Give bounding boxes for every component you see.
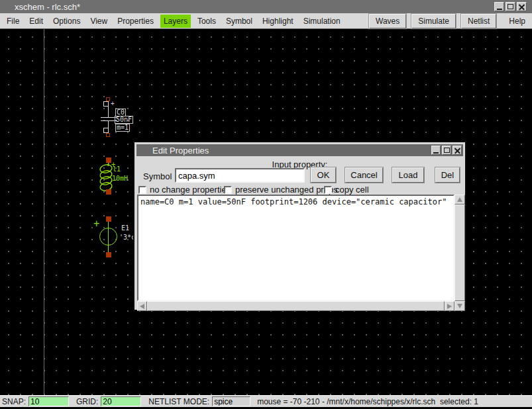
close-icon [519, 4, 525, 10]
grid-label: GRID: [76, 397, 98, 406]
symbol-label: Symbol [143, 171, 172, 181]
close-icon [454, 148, 460, 154]
statusbar: SNAP: GRID: NETLIST MODE: mouse = -70 -2… [0, 395, 532, 407]
inductor-value-label[interactable]: 10mH [112, 175, 128, 182]
menu-simulation[interactable]: Simulation [300, 15, 344, 28]
scroll-left-button[interactable] [137, 301, 147, 311]
waves-button[interactable]: Waves [369, 14, 406, 28]
vsource-circle-icon [99, 228, 117, 246]
checkbox-label: no change properties [150, 185, 231, 195]
inductor-pin-top[interactable] [106, 158, 111, 163]
scroll-up-icon [457, 197, 462, 202]
scroll-down-button[interactable] [454, 301, 465, 311]
inductor-pin-bottom[interactable] [106, 189, 111, 195]
checkbox-label: preserve unchanged props [235, 185, 338, 195]
inductor-name-label[interactable]: l1 [113, 166, 121, 173]
maximize-button[interactable] [505, 2, 515, 11]
vertical-scroll-thumb[interactable] [454, 204, 465, 301]
vsource-plus-mark: + [93, 219, 99, 228]
netlist-mode-input[interactable] [212, 396, 250, 406]
axis-line [44, 29, 44, 395]
del-button[interactable]: Del [435, 167, 460, 183]
checkbox-label: copy cell [335, 185, 369, 195]
minimize-icon [433, 152, 439, 154]
vsource-pin-bottom[interactable] [106, 252, 111, 257]
menu-file[interactable]: File [3, 15, 23, 28]
snap-input[interactable] [28, 396, 69, 406]
menu-properties[interactable]: Properties [114, 15, 157, 28]
dialog-title: Edit Properties [136, 146, 209, 156]
copy-cell-option[interactable]: copy cell [324, 185, 369, 195]
maximize-icon [444, 148, 450, 153]
window-titlebar[interactable]: xschem - rlc.sch* [0, 0, 532, 13]
dialog-maximize-button[interactable] [442, 146, 451, 155]
vsource-pin-top[interactable] [106, 216, 111, 222]
vertical-scrollbar[interactable] [454, 195, 465, 311]
horizontal-scroll-thumb[interactable] [147, 301, 445, 311]
window-controls [494, 2, 527, 11]
vsource-name-label[interactable]: E1 [121, 225, 129, 232]
scroll-right-icon [447, 304, 452, 309]
capacitor-pin-top[interactable] [103, 101, 109, 107]
load-button[interactable]: Load [392, 167, 424, 183]
minimize-icon [497, 9, 502, 10]
property-textarea[interactable]: name=C0 m=1 value=50nF footprint=1206 de… [137, 195, 454, 301]
symbol-input[interactable] [175, 168, 305, 183]
netlist-button[interactable]: Netlist [461, 14, 496, 28]
scroll-left-icon [140, 304, 144, 309]
checkbox-icon[interactable] [324, 186, 332, 194]
menu-symbol[interactable]: Symbol [223, 15, 256, 28]
netlist-mode-label: NETLIST MODE: [148, 397, 209, 406]
ok-button[interactable]: OK [311, 167, 336, 183]
scroll-down-icon [457, 304, 462, 308]
window-title: xschem - rlc.sch* [0, 2, 80, 12]
checkbox-row: no change properties preserve unchanged … [138, 185, 461, 195]
edit-properties-dialog: Edit Properties Input property: Symbol O… [133, 141, 466, 311]
menu-options[interactable]: Options [50, 15, 83, 28]
menubar: File Edit Options View Properties Layers… [0, 13, 532, 29]
no-change-properties-option[interactable]: no change properties [138, 185, 231, 195]
menu-edit[interactable]: Edit [26, 15, 46, 28]
menu-highlight[interactable]: Highlight [259, 15, 297, 28]
horizontal-scrollbar[interactable] [137, 301, 454, 311]
dialog-close-button[interactable] [452, 146, 462, 155]
capacitor-value-label[interactable]: 50nF [115, 116, 133, 124]
menu-view[interactable]: View [87, 15, 111, 28]
mouse-coordinates-status: mouse = -70 -210 - /mnt/x/home/schippes/… [257, 397, 478, 406]
xschem-window: xschem - rlc.sch* File Edit Options View… [0, 0, 532, 409]
simulate-button[interactable]: Simulate [411, 14, 456, 28]
snap-label: SNAP: [2, 397, 26, 406]
checkbox-icon[interactable] [138, 186, 146, 194]
capacitor-pin-bottom[interactable] [103, 128, 109, 133]
close-button[interactable] [517, 2, 527, 11]
menu-tools[interactable]: Tools [194, 15, 219, 28]
scroll-up-button[interactable] [454, 195, 465, 204]
dialog-minimize-button[interactable] [431, 146, 441, 155]
checkbox-icon[interactable] [224, 186, 232, 194]
dialog-controls [431, 146, 462, 155]
preserve-unchanged-props-option[interactable]: preserve unchanged props [224, 185, 338, 195]
minimize-button[interactable] [494, 2, 504, 11]
cancel-button[interactable]: Cancel [345, 167, 383, 183]
capacitor-mult-label[interactable]: m=1 [115, 124, 130, 132]
maximize-icon [507, 4, 513, 9]
unconnected-net-marker [106, 133, 110, 137]
capacitor-plus-mark: + [111, 101, 115, 107]
grid-input[interactable] [101, 396, 141, 406]
scroll-right-button[interactable] [445, 301, 454, 311]
dialog-titlebar[interactable]: Edit Properties [136, 144, 463, 156]
capacitor-wire-top [108, 107, 109, 117]
menu-help[interactable]: Help [505, 15, 529, 28]
menu-layers[interactable]: Layers [160, 15, 191, 28]
